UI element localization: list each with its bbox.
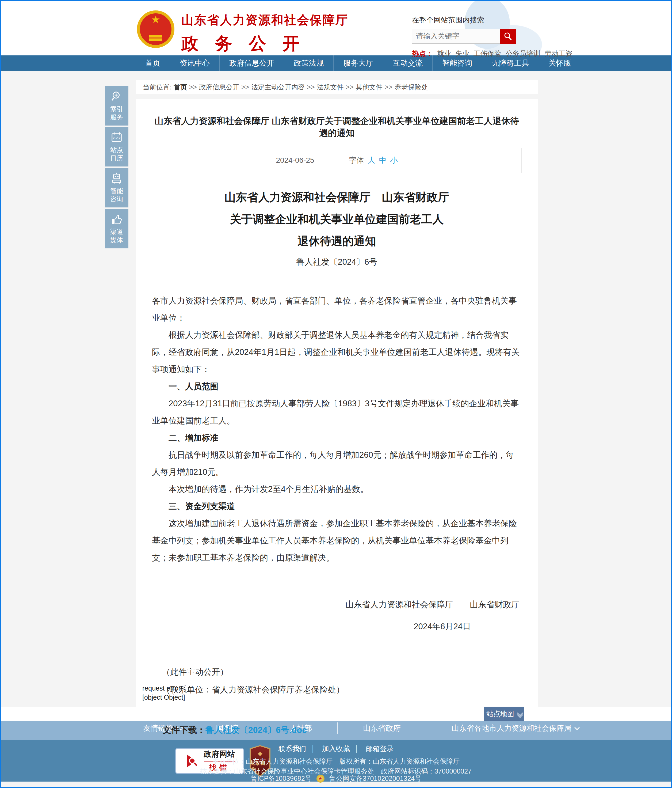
header: ★ 山东省人力资源和社会保障厅 政务公开 在整个网站范围内搜索 热点: [2, 2, 670, 56]
main-area: 索引 服务 25/12 站点 日历: [2, 80, 670, 716]
signature-orgs: 山东省人力资源和社会保障厅 山东省财政厅: [152, 599, 521, 610]
site-name: 山东省人力资源和社会保障厅: [181, 12, 348, 28]
font-size-small[interactable]: 小: [390, 155, 398, 165]
nav-home[interactable]: 首页: [136, 56, 170, 71]
breadcrumb: 当前位置: 首页 >> 政府信息公开 >> 法定主动公开内容 >> 法规文件 >…: [136, 80, 538, 94]
document-title: 山东省人力资源和社会保障厅 山东省财政厅 关于调整企业和机关事业单位建国前老工人…: [152, 186, 521, 252]
public-security-badge-icon: ★: [317, 775, 325, 783]
section-heading-1: 一、人员范围: [152, 378, 521, 395]
document-notes: （此件主动公开） （联系单位：省人力资源社会保障厅养老保险处）: [152, 663, 521, 699]
sidebar-item-site-calendar[interactable]: 25/12 站点 日历: [105, 127, 128, 167]
paragraph-intro: 根据人力资源社会保障部、财政部关于调整退休人员基本养老金的有关规定精神，结合我省…: [152, 327, 521, 378]
hot-link-unemployment[interactable]: 失业: [455, 49, 469, 58]
section-heading-3: 三、资金列支渠道: [152, 498, 521, 515]
footer-org-line: 主办单位：山东省人力资源和社会保障厅 版权所有：山东省人力资源和社会保障厅: [2, 757, 670, 766]
breadcrumb-regulation-files[interactable]: 法规文件: [317, 83, 344, 92]
footer-links-row: 联系我们│ 加入收藏│ 邮箱登录: [2, 744, 670, 753]
hot-link-labor-wage[interactable]: 劳动工资: [545, 49, 572, 58]
calendar-icon: 25/12: [111, 131, 123, 143]
article-list-title: 山东省人力资源和社会保障厅 山东省财政厅关于调整企业和机关事业单位建国前老工人退…: [152, 115, 521, 139]
robot-icon: [111, 172, 123, 184]
sitemap-strip: 站点地图: [2, 707, 670, 721]
footer-contact-us[interactable]: 联系我们: [279, 745, 306, 753]
footer-mail-login[interactable]: 邮箱登录: [366, 745, 393, 753]
document-body: 各市人力资源社会保障局、财政局，省直各部门、单位，各养老保险省直管企业，各中央驻…: [152, 292, 521, 566]
search-plus-icon: [111, 90, 123, 103]
request-error-text: request error! [object Object]: [142, 684, 185, 702]
download-doc-link[interactable]: 鲁人社发〔2024〕6号.doc: [206, 724, 307, 736]
note-contact: （联系单位：省人力资源社会保障厅养老保险处）: [152, 681, 521, 699]
paragraph-standard-2: 本次增加的待遇，作为计发2至4个月生活补贴的基数。: [152, 481, 521, 498]
font-size-medium[interactable]: 中: [379, 155, 387, 165]
search-icon: [503, 32, 513, 41]
font-size-large[interactable]: 大: [368, 155, 375, 165]
breadcrumb-home[interactable]: 首页: [174, 83, 187, 92]
site-logo: ★ 山东省人力资源和社会保障厅 政务公开: [137, 8, 348, 55]
hot-link-injury-insurance[interactable]: 工伤保险: [474, 49, 501, 58]
breadcrumb-other-files[interactable]: 其他文件: [356, 83, 382, 92]
hot-link-employment[interactable]: 就业: [437, 49, 451, 58]
paragraph-scope: 2023年12月31日前已按原劳动人事部劳人险〔1983〕3号文件规定办理退休手…: [152, 395, 521, 429]
sidebar-item-index-service[interactable]: 索引 服务: [105, 86, 128, 126]
search-area: 在整个网站范围内搜索 热点： 就业 失业 工伤保险 公务员培训 劳动工资: [412, 15, 538, 58]
sidebar-item-channel-media[interactable]: 渠道 媒体: [105, 209, 128, 248]
hot-link-civil-servant-training[interactable]: 公务员培训: [506, 49, 540, 58]
nav-service-hall[interactable]: 服务大厅: [333, 56, 383, 71]
site-subtitle: 政务公开: [181, 32, 348, 55]
document-number: 鲁人社发〔2024〕6号: [152, 256, 521, 268]
page: ★ 山东省人力资源和社会保障厅 政务公开 在整个网站范围内搜索 热点: [0, 0, 672, 788]
nav-gov-info[interactable]: 政府信息公开: [219, 56, 284, 71]
security-record-number: 鲁公网安备37010202001324号: [329, 774, 422, 783]
article-meta-bar: 2024-06-25 字体 大 中 小: [152, 148, 521, 173]
search-input[interactable]: [412, 29, 500, 44]
article-content: 山东省人力资源和社会保障厅 山东省财政厅关于调整企业和机关事业单位建国前老工人退…: [136, 99, 538, 707]
search-button[interactable]: [500, 29, 516, 44]
search-scope-label: 在整个网站范围内搜索: [412, 15, 538, 25]
breadcrumb-pension-office[interactable]: 养老保险处: [395, 83, 428, 92]
paragraph-salutation: 各市人力资源社会保障局、财政局，省直各部门、单位，各养老保险省直管企业，各中央驻…: [152, 292, 521, 327]
download-label: 文件下载：: [163, 724, 206, 736]
hot-label: 热点：: [412, 49, 433, 58]
svg-text:25/12: 25/12: [113, 137, 120, 140]
footer-icp-row: 鲁ICP备10039682号 ★ 鲁公网安备37010202001324号: [2, 774, 670, 783]
sitemap-button[interactable]: 站点地图: [484, 707, 524, 721]
nav-policies[interactable]: 政策法规: [284, 56, 333, 71]
left-sidebar: 索引 服务 25/12 站点 日历: [105, 86, 128, 250]
icp-number: 鲁ICP备10039682号: [250, 774, 312, 783]
publish-date: 2024-06-25: [276, 156, 314, 165]
font-size-label: 字体: [349, 155, 364, 165]
footer-add-favorite[interactable]: 加入收藏: [322, 745, 350, 753]
chevron-down-icon: [518, 711, 522, 717]
breadcrumb-label: 当前位置:: [143, 83, 171, 92]
paragraph-standard-1: 抗日战争时期及以前参加革命工作的，每人每月增加260元；解放战争时期参加革命工作…: [152, 446, 521, 481]
breadcrumb-gov-info[interactable]: 政府信息公开: [199, 83, 239, 92]
thumbs-up-icon: [111, 213, 123, 226]
chevron-down-icon: [575, 725, 580, 730]
nav-news-center[interactable]: 资讯中心: [170, 56, 219, 71]
signature-date: 2024年6月24日: [152, 621, 521, 632]
note-public: （此件主动公开）: [152, 663, 521, 681]
national-emblem-icon: ★: [137, 10, 174, 48]
paragraph-funding: 这次增加建国前老工人退休待遇所需资金，参加企业职工基本养老保险的，从企业基本养老…: [152, 515, 521, 566]
footer: 联系我们│ 加入收藏│ 邮箱登录 政府网站 找错 ✦ 党政机关 主办单位：山东省…: [2, 740, 670, 782]
sidebar-item-smart-consult[interactable]: 智能 咨询: [105, 168, 128, 207]
section-heading-2: 二、增加标准: [152, 429, 521, 446]
breadcrumb-legal-disclosure[interactable]: 法定主动公开内容: [251, 83, 305, 92]
